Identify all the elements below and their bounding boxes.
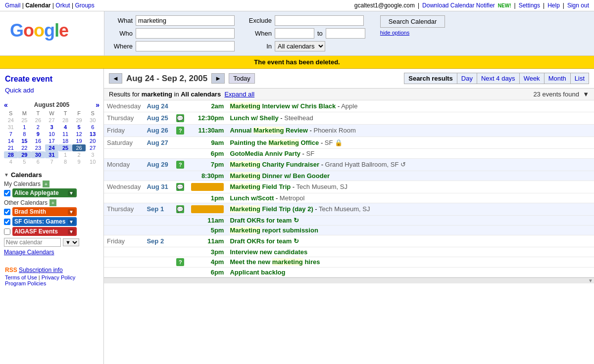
- add-other-calendar-icon[interactable]: +: [50, 199, 56, 206]
- mini-cal-day[interactable]: 8: [58, 158, 72, 165]
- mini-cal-day[interactable]: 17: [45, 137, 59, 144]
- mini-cal-day[interactable]: 15: [18, 137, 32, 144]
- add-my-calendar-icon[interactable]: +: [43, 181, 50, 187]
- mini-cal-day[interactable]: 23: [31, 144, 45, 151]
- aigasf-badge[interactable]: AIGASF Events ▼: [12, 227, 77, 236]
- mini-cal-day[interactable]: 25: [18, 117, 32, 124]
- mini-cal-day[interactable]: 26: [31, 117, 45, 124]
- mini-cal-day[interactable]: 21: [4, 144, 18, 151]
- event-title[interactable]: Marketing Dinner w/ Ben Gooder: [227, 171, 594, 181]
- manage-calendars-link[interactable]: Manage Calendars: [4, 249, 99, 256]
- event-date[interactable]: Aug 29: [144, 159, 173, 171]
- mini-cal-day[interactable]: 7: [45, 158, 59, 165]
- event-title[interactable]: Draft OKRs for team ↻: [227, 216, 594, 226]
- mini-cal-day[interactable]: 18: [58, 137, 72, 144]
- mini-cal-day[interactable]: 5: [72, 124, 86, 131]
- mini-cal-day[interactable]: 24: [4, 117, 18, 124]
- today-btn[interactable]: Today: [229, 73, 255, 84]
- new-calendar-color-select[interactable]: ▼: [63, 238, 79, 246]
- mini-cal-day[interactable]: 11: [58, 131, 72, 137]
- when-from-input[interactable]: [275, 28, 314, 39]
- aigasf-checkbox[interactable]: [4, 228, 10, 235]
- event-date[interactable]: Aug 27: [144, 137, 173, 149]
- event-title[interactable]: Annual Marketing Review - Phoenix Room: [227, 125, 594, 137]
- mini-cal-day[interactable]: 27: [45, 117, 59, 124]
- prev-period-btn[interactable]: ◄: [109, 73, 122, 84]
- event-title[interactable]: Interview new candidates: [227, 247, 594, 257]
- aigasf-dropdown-icon[interactable]: ▼: [68, 229, 75, 234]
- event-title[interactable]: Draft OKRs for team ↻: [227, 235, 594, 247]
- prev-month-btn[interactable]: «: [4, 101, 8, 109]
- event-date[interactable]: Sep 1: [144, 203, 173, 216]
- mini-cal-day[interactable]: 29: [18, 151, 32, 158]
- mini-cal-day[interactable]: 30: [31, 151, 45, 158]
- mini-cal-day[interactable]: 26: [72, 144, 86, 151]
- hide-options-link[interactable]: hide options: [380, 30, 409, 36]
- event-title[interactable]: Marketing Charity Fundraiser - Grand Hya…: [227, 159, 594, 171]
- orkut-link[interactable]: Orkut: [55, 2, 70, 9]
- mini-cal-day[interactable]: 14: [4, 137, 18, 144]
- mini-cal-day[interactable]: 2: [72, 151, 86, 158]
- mini-cal-day[interactable]: 24: [45, 144, 59, 151]
- where-input[interactable]: [136, 41, 235, 51]
- mini-cal-day[interactable]: 5: [18, 158, 32, 165]
- mini-cal-day[interactable]: 4: [4, 158, 18, 165]
- gmail-link[interactable]: Gmail: [5, 2, 20, 9]
- mini-cal-day[interactable]: 19: [72, 137, 86, 144]
- mini-cal-day[interactable]: 29: [72, 117, 86, 124]
- mini-cal-day[interactable]: 9: [31, 131, 45, 137]
- exclude-input[interactable]: [275, 15, 364, 26]
- event-title[interactable]: Lunch w/ Shelly - Steelhead: [227, 112, 594, 125]
- alice-dropdown-icon[interactable]: ▼: [68, 190, 75, 196]
- event-title[interactable]: Applicant backlog: [227, 268, 594, 277]
- mini-cal-day[interactable]: 22: [18, 144, 32, 151]
- groups-link[interactable]: Groups: [75, 2, 94, 9]
- mini-cal-day[interactable]: 1: [58, 151, 72, 158]
- mini-cal-day[interactable]: 1: [18, 124, 32, 131]
- alice-badge[interactable]: Alice Applegate ▼: [12, 188, 77, 197]
- sfgiants-checkbox[interactable]: [4, 219, 10, 225]
- next-month-btn[interactable]: »: [96, 101, 99, 109]
- mini-cal-day[interactable]: 16: [31, 137, 45, 144]
- privacy-link[interactable]: Privacy Policy: [42, 274, 75, 280]
- mini-cal-day[interactable]: 6: [31, 158, 45, 165]
- mini-cal-day[interactable]: 31: [4, 124, 18, 131]
- mini-cal-day[interactable]: 9: [72, 158, 86, 165]
- mini-cal-day[interactable]: 28: [4, 151, 18, 158]
- event-date[interactable]: Aug 31: [144, 181, 173, 193]
- mini-cal-day[interactable]: 30: [86, 117, 99, 124]
- mini-cal-day[interactable]: 10: [45, 131, 59, 137]
- week-view-btn[interactable]: Week: [519, 73, 544, 84]
- event-date[interactable]: Aug 26: [144, 125, 173, 137]
- what-input[interactable]: [136, 15, 235, 26]
- sfgiants-badge[interactable]: SF Giants: Games ▼: [12, 217, 77, 226]
- signout-link[interactable]: Sign out: [567, 2, 589, 9]
- mini-cal-day[interactable]: 27: [86, 144, 99, 151]
- mini-cal-day[interactable]: 28: [58, 117, 72, 124]
- event-title[interactable]: Marketing Interview w/ Chris Black - App…: [227, 100, 594, 112]
- mini-cal-day[interactable]: 12: [72, 131, 86, 137]
- next-period-btn[interactable]: ►: [211, 73, 225, 84]
- list-view-btn[interactable]: List: [570, 73, 589, 84]
- next4days-view-btn[interactable]: Next 4 days: [477, 73, 519, 84]
- mini-cal-day[interactable]: 7: [4, 131, 18, 137]
- scroll-bar[interactable]: ▼: [104, 277, 594, 283]
- mini-cal-day[interactable]: 2: [31, 124, 45, 131]
- event-title[interactable]: Marketing report submission: [227, 226, 594, 235]
- sfgiants-dropdown-icon[interactable]: ▼: [68, 219, 75, 225]
- brad-badge[interactable]: Brad Smith ▼: [12, 207, 77, 216]
- event-title[interactable]: Meet the new marketing hires: [227, 257, 594, 268]
- mini-cal-day[interactable]: 6: [86, 124, 99, 131]
- mini-cal-day[interactable]: 4: [58, 124, 72, 131]
- mini-cal-day[interactable]: 25: [58, 144, 72, 151]
- who-input[interactable]: [136, 28, 235, 39]
- mini-cal-day[interactable]: 13: [86, 131, 99, 137]
- event-date[interactable]: Aug 25: [144, 112, 173, 125]
- mini-cal-day[interactable]: 3: [45, 124, 59, 131]
- event-title[interactable]: GotoMedia Anniv Party - SF: [227, 149, 594, 159]
- event-date[interactable]: Sep 2: [144, 235, 173, 247]
- new-calendar-input[interactable]: [4, 238, 61, 247]
- event-title[interactable]: Marketing Field Trip - Tech Museum, SJ: [227, 181, 594, 193]
- program-link[interactable]: Program Policies: [5, 280, 46, 286]
- mini-cal-day[interactable]: 10: [86, 158, 99, 165]
